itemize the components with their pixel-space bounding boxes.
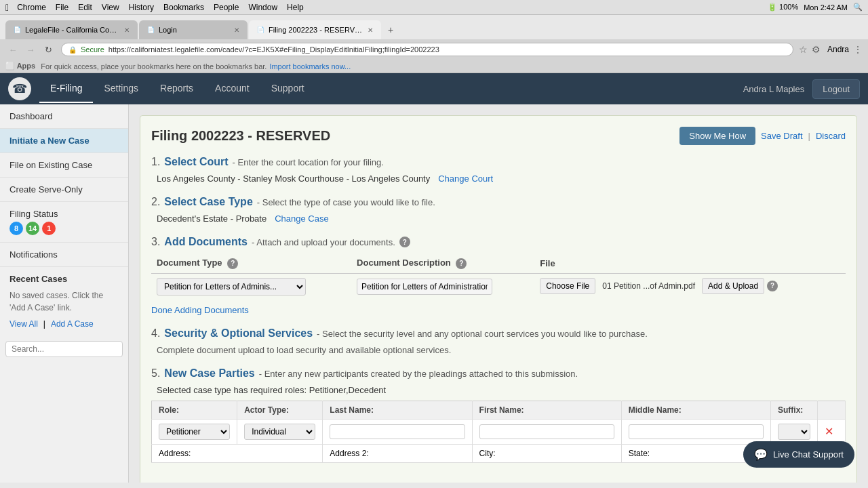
- upload-help-icon[interactable]: ?: [767, 281, 778, 291]
- main-layout: Dashboard Initiate a New Case File on Ex…: [0, 104, 868, 483]
- security-section: 4. Security & Optional Services - Select…: [151, 327, 846, 355]
- add-case-link[interactable]: Add A Case: [51, 319, 94, 329]
- forward-button[interactable]: →: [23, 42, 38, 57]
- security-header: 4. Security & Optional Services - Select…: [151, 327, 846, 340]
- doc-type-help-icon[interactable]: ?: [227, 258, 238, 269]
- extensions-icon[interactable]: ⚙: [812, 44, 821, 55]
- first-name-input[interactable]: [479, 424, 614, 439]
- link-separator: |: [43, 319, 45, 329]
- browser-tab-2[interactable]: 📄 Login ✕: [139, 20, 248, 39]
- nav-reports[interactable]: Reports: [149, 75, 204, 103]
- doc-type-select[interactable]: Petition for Letters of Adminis...: [157, 278, 306, 296]
- save-draft-link[interactable]: Save Draft: [761, 131, 802, 141]
- mac-menu-view[interactable]: View: [102, 3, 119, 12]
- section-2-title: Select Case Type: [164, 196, 252, 208]
- apple-icon[interactable]: : [5, 2, 9, 13]
- mac-menu-window[interactable]: Window: [248, 3, 277, 12]
- logo-icon: ☎: [12, 81, 27, 96]
- section-4-title: Security & Optional Services: [164, 327, 313, 340]
- suffix-select[interactable]: [778, 424, 810, 440]
- role-cell: Petitioner: [152, 419, 237, 444]
- mac-menu-file[interactable]: File: [56, 3, 68, 12]
- court-info: Los Angeles County - Stanley Mosk Courth…: [157, 174, 846, 184]
- col-suffix: Suffix:: [771, 401, 818, 419]
- nav-account[interactable]: Account: [204, 75, 260, 103]
- search-input[interactable]: [5, 341, 123, 357]
- nav-efiling[interactable]: E-Filing: [39, 75, 93, 103]
- nav-buttons: ← → ↻: [5, 42, 56, 57]
- back-button[interactable]: ←: [5, 42, 20, 57]
- recent-cases-section: Recent Cases No saved cases. Click the '…: [0, 267, 128, 336]
- bookmarks-bar: ⬜ Apps For quick access, place your book…: [0, 60, 868, 73]
- nav-support[interactable]: Support: [260, 75, 315, 103]
- document-row: Petition for Letters of Adminis... Choos…: [151, 273, 846, 300]
- sidebar-item-new-case[interactable]: Initiate a New Case: [0, 129, 128, 153]
- sidebar-item-dashboard[interactable]: Dashboard: [0, 104, 128, 129]
- badge-green: 14: [26, 222, 39, 235]
- tab-close-3[interactable]: ✕: [368, 26, 373, 34]
- change-case-link[interactable]: Change Case: [275, 214, 329, 224]
- mac-menu-people[interactable]: People: [214, 3, 239, 12]
- new-tab-button[interactable]: +: [382, 22, 399, 38]
- col-role: Role:: [152, 401, 237, 419]
- sidebar: Dashboard Initiate a New Case File on Ex…: [0, 104, 129, 483]
- browser-tab-3[interactable]: 📄 Filing 2002223 - RESERVED ✕: [249, 20, 381, 39]
- col-doc-desc: Document Description ?: [351, 253, 534, 273]
- middle-name-input[interactable]: [629, 424, 764, 439]
- view-all-link[interactable]: View All: [9, 319, 38, 329]
- discard-link[interactable]: Discard: [816, 131, 846, 141]
- col-file: File: [534, 253, 846, 273]
- bookmark-icon[interactable]: ☆: [799, 44, 808, 55]
- tab-close-1[interactable]: ✕: [124, 26, 130, 34]
- import-bookmarks-link[interactable]: Import bookmarks now...: [269, 62, 351, 70]
- actor-type-cell: Individual: [237, 419, 323, 444]
- mac-menu-history[interactable]: History: [129, 3, 154, 12]
- browser-tabs: 📄 LegaleFile - California Court F... ✕ 📄…: [0, 15, 868, 39]
- doc-desc-input[interactable]: [357, 279, 492, 295]
- live-chat-button[interactable]: 💬 Live Chat Support: [743, 441, 854, 468]
- documents-table: Document Type ? Document Description ? F…: [151, 253, 846, 300]
- sidebar-item-existing-case[interactable]: File on Existing Case: [0, 153, 128, 178]
- mac-menu-edit[interactable]: Edit: [78, 3, 92, 12]
- browser-tab-1[interactable]: 📄 LegaleFile - California Court F... ✕: [5, 20, 138, 39]
- select-court-section: 1. Select Court - Enter the court locati…: [151, 156, 846, 184]
- filing-actions: Show Me How Save Draft | Discard: [679, 127, 846, 145]
- apps-link[interactable]: ⬜ Apps: [5, 62, 35, 70]
- sidebar-item-filing-status[interactable]: Filing Status 8 14 1: [0, 202, 128, 243]
- show-me-how-button[interactable]: Show Me How: [679, 127, 755, 145]
- change-court-link[interactable]: Change Court: [438, 174, 493, 184]
- address-bar: ← → ↻ 🔒 Secure https://californiatest.le…: [0, 39, 868, 60]
- user-name-link[interactable]: Andra L Maples: [743, 84, 805, 94]
- tab-title-3: Filing 2002223 - RESERVED: [269, 26, 363, 34]
- mac-menu-help[interactable]: Help: [287, 3, 304, 12]
- done-adding-link[interactable]: Done Adding Documents: [151, 305, 846, 315]
- reload-button[interactable]: ↻: [41, 42, 56, 57]
- sidebar-item-serve-only[interactable]: Create Serve-Only: [0, 178, 128, 202]
- add-documents-help-icon[interactable]: ?: [399, 237, 410, 247]
- last-name-input[interactable]: [330, 424, 465, 439]
- search-icon[interactable]: 🔍: [853, 3, 863, 12]
- sidebar-item-notifications[interactable]: Notifications: [0, 243, 128, 267]
- col-last-name: Last Name:: [323, 401, 472, 419]
- app-nav: E-Filing Settings Reports Account Suppor…: [39, 75, 315, 103]
- app-header: ☎ E-Filing Settings Reports Account Supp…: [0, 73, 868, 104]
- mac-menu-chrome[interactable]: Chrome: [17, 3, 46, 12]
- actor-type-select[interactable]: Individual: [244, 424, 315, 440]
- url-bar[interactable]: 🔒 Secure https://californiatest.legalefi…: [61, 43, 793, 56]
- col-actor-type: Actor Type:: [237, 401, 323, 419]
- add-upload-button[interactable]: Add & Upload: [702, 278, 764, 294]
- mac-menu-bookmarks[interactable]: Bookmarks: [163, 3, 204, 12]
- address2-label: Address 2:: [323, 444, 472, 462]
- tab-title-2: Login: [159, 26, 177, 34]
- live-chat-label: Live Chat Support: [773, 449, 844, 460]
- tab-close-2[interactable]: ✕: [234, 26, 239, 34]
- choose-file-button[interactable]: Choose File: [540, 278, 595, 294]
- doc-desc-help-icon[interactable]: ?: [456, 258, 467, 269]
- menu-icon[interactable]: ⋮: [853, 44, 863, 55]
- recent-cases-title: Recent Cases: [9, 274, 119, 284]
- tab-favicon-2: 📄: [147, 26, 155, 33]
- logout-button[interactable]: Logout: [812, 79, 860, 99]
- remove-party-button[interactable]: ✕: [825, 425, 833, 438]
- role-select[interactable]: Petitioner: [159, 424, 230, 440]
- nav-settings[interactable]: Settings: [93, 75, 149, 103]
